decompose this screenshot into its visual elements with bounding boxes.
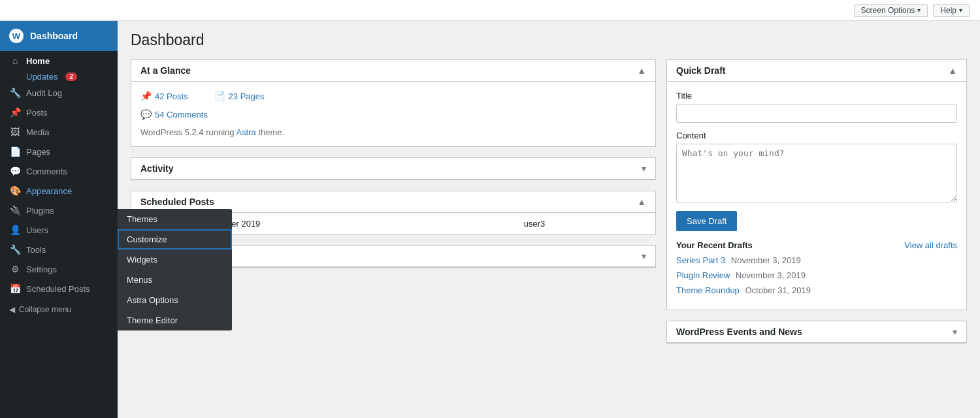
footer-text-pre: WordPress 5.2.4 running bbox=[140, 127, 236, 137]
recent-drafts-header: Your Recent Drafts View all drafts bbox=[676, 240, 957, 250]
top-bar: Screen Options ▾ Help ▾ bbox=[0, 0, 980, 21]
screen-options-button[interactable]: Screen Options ▾ bbox=[854, 4, 928, 17]
security-audit-toggle[interactable]: ▾ bbox=[642, 251, 646, 261]
right-column: Quick Draft ▲ Title Content Save Draft Y… bbox=[666, 59, 967, 354]
wp-events-header: WordPress Events and News ▾ bbox=[667, 321, 966, 343]
collapse-menu-label: Collapse menu bbox=[19, 305, 71, 314]
comments-stat-link[interactable]: 💬 54 Comments bbox=[140, 109, 208, 120]
sidebar-item-pages[interactable]: 📄 Pages bbox=[0, 142, 118, 161]
title-field-label: Title bbox=[676, 91, 957, 101]
comments-label: Comments bbox=[26, 167, 67, 176]
page-stat-icon: 📄 bbox=[214, 91, 225, 101]
collapse-menu-button[interactable]: ◀ Collapse menu bbox=[0, 298, 118, 321]
at-a-glance-toggle[interactable]: ▲ bbox=[637, 65, 646, 76]
sidebar-item-users[interactable]: 👤 Users bbox=[0, 220, 118, 240]
widgets-row: At a Glance ▲ 📌 42 Posts bbox=[131, 59, 967, 354]
plugins-label: Plugins bbox=[26, 206, 54, 216]
sidebar-item-posts[interactable]: 📌 Posts bbox=[0, 103, 118, 122]
sidebar-item-plugins[interactable]: 🔌 Plugins bbox=[0, 201, 118, 220]
posts-stat: 📌 42 Posts bbox=[140, 91, 188, 101]
sidebar-item-home[interactable]: ⌂ Home bbox=[0, 51, 118, 71]
scheduled-posts-toggle[interactable]: ▲ bbox=[637, 197, 646, 207]
settings-label: Settings bbox=[26, 265, 57, 274]
collapse-arrow-icon: ◀ bbox=[9, 305, 15, 314]
sidebar-item-audit-log[interactable]: 🔧 Audit Log bbox=[0, 83, 118, 103]
appearance-label: Appearance bbox=[26, 186, 72, 196]
comments-stat: 💬 54 Comments bbox=[140, 109, 208, 120]
audit-log-label: Audit Log bbox=[26, 88, 62, 98]
sidebar: W Dashboard ⌂ Home Updates 2 🔧 Audit Log… bbox=[0, 21, 118, 418]
updates-badge: 2 bbox=[65, 72, 77, 81]
draft-item-1: Series Part 3 November 3, 2019 bbox=[676, 255, 957, 265]
at-a-glance-title: At a Glance bbox=[140, 65, 191, 76]
scheduled-posts-icon: 📅 bbox=[9, 283, 21, 294]
pages-count: 23 Pages bbox=[229, 91, 265, 101]
quick-draft-header: Quick Draft ▲ bbox=[667, 60, 966, 82]
updates-label: Updates bbox=[26, 72, 57, 82]
draft-date-2: November 3, 2019 bbox=[736, 270, 806, 280]
sidebar-item-comments[interactable]: 💬 Comments bbox=[0, 161, 118, 181]
draft-title-link-1[interactable]: Series Part 3 bbox=[676, 255, 725, 265]
pages-icon: 📄 bbox=[9, 146, 21, 157]
scheduled-posts-label: Scheduled Posts bbox=[26, 284, 90, 294]
sidebar-home-label: Home bbox=[26, 56, 50, 66]
posts-icon: 📌 bbox=[9, 107, 21, 118]
posts-stat-link[interactable]: 📌 42 Posts bbox=[140, 91, 188, 101]
quick-draft-body: Title Content Save Draft Your Recent Dra… bbox=[667, 82, 966, 310]
page-title: Dashboard bbox=[131, 31, 967, 49]
main-content: Dashboard At a Glance ▲ 📌 bbox=[118, 21, 980, 418]
draft-title-link-3[interactable]: Theme Roundup bbox=[676, 285, 740, 295]
sidebar-item-tools[interactable]: 🔧 Tools bbox=[0, 240, 118, 259]
sidebar-item-media[interactable]: 🖼 Media bbox=[0, 122, 118, 142]
sidebar-item-updates[interactable]: Updates 2 bbox=[0, 71, 118, 83]
activity-title: Activity bbox=[140, 163, 174, 174]
sidebar-logo[interactable]: W Dashboard bbox=[0, 21, 118, 51]
scheduled-posts-widget-title: Scheduled Posts bbox=[140, 197, 214, 207]
draft-item-2: Plugin Review November 3, 2019 bbox=[676, 270, 957, 280]
users-label: Users bbox=[26, 225, 48, 235]
activity-widget: Activity ▾ bbox=[131, 157, 656, 180]
submenu-themes[interactable]: Themes bbox=[118, 209, 232, 229]
screen-options-chevron-icon: ▾ bbox=[917, 7, 921, 14]
content-textarea[interactable] bbox=[676, 144, 957, 202]
quick-draft-widget: Quick Draft ▲ Title Content Save Draft Y… bbox=[666, 59, 967, 310]
at-a-glance-body: 📌 42 Posts 📄 23 Pages bbox=[131, 82, 655, 146]
submenu-menus[interactable]: Menus bbox=[118, 270, 232, 290]
glance-stats: 📌 42 Posts 📄 23 Pages bbox=[140, 91, 646, 101]
help-label: Help bbox=[940, 6, 956, 15]
content-field-label: Content bbox=[676, 131, 957, 140]
posts-count: 42 Posts bbox=[155, 91, 188, 101]
screen-options-label: Screen Options bbox=[861, 6, 915, 15]
users-icon: 👤 bbox=[9, 225, 21, 235]
sidebar-item-appearance[interactable]: 🎨 Appearance bbox=[0, 181, 118, 201]
audit-log-icon: 🔧 bbox=[9, 88, 21, 98]
save-draft-button[interactable]: Save Draft bbox=[676, 211, 737, 231]
appearance-icon: 🎨 bbox=[9, 185, 21, 196]
submenu-widgets[interactable]: Widgets bbox=[118, 249, 232, 270]
sidebar-item-settings[interactable]: ⚙ Settings bbox=[0, 259, 118, 279]
pages-stat: 📄 23 Pages bbox=[214, 91, 265, 101]
footer-theme-link[interactable]: Astra bbox=[236, 127, 255, 137]
quick-draft-toggle[interactable]: ▲ bbox=[948, 65, 957, 76]
submenu-theme-editor[interactable]: Theme Editor bbox=[118, 310, 232, 330]
post-date-cell: 21st October 2019 bbox=[184, 214, 517, 234]
wp-events-title: WordPress Events and News bbox=[676, 327, 802, 337]
wp-events-toggle[interactable]: ▾ bbox=[953, 327, 957, 337]
media-icon: 🖼 bbox=[9, 127, 21, 137]
home-icon: ⌂ bbox=[9, 56, 21, 66]
posts-label: Posts bbox=[26, 108, 48, 118]
title-input[interactable] bbox=[676, 104, 957, 123]
post-stat-icon: 📌 bbox=[140, 91, 152, 101]
submenu-customize[interactable]: Customize bbox=[118, 229, 232, 249]
sidebar-item-scheduled-posts[interactable]: 📅 Scheduled Posts bbox=[0, 279, 118, 298]
pages-stat-link[interactable]: 📄 23 Pages bbox=[214, 91, 265, 101]
activity-toggle[interactable]: ▾ bbox=[642, 163, 646, 174]
appearance-submenu: Themes Customize Widgets Menus Astra Opt… bbox=[118, 209, 232, 330]
draft-date-1: November 3, 2019 bbox=[731, 255, 801, 265]
draft-item-3: Theme Roundup October 31, 2019 bbox=[676, 285, 957, 295]
footer-text-post: theme. bbox=[256, 127, 284, 137]
view-all-drafts-link[interactable]: View all drafts bbox=[904, 240, 957, 250]
draft-title-link-2[interactable]: Plugin Review bbox=[676, 270, 730, 280]
help-button[interactable]: Help ▾ bbox=[933, 4, 970, 17]
submenu-astra-options[interactable]: Astra Options bbox=[118, 290, 232, 310]
